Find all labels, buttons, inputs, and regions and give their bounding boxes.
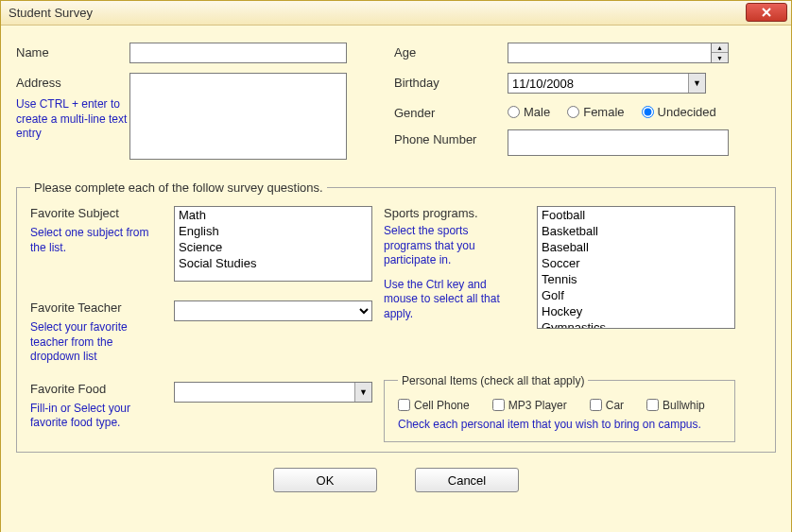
favorite-teacher-select[interactable] — [174, 300, 372, 321]
list-item[interactable]: Football — [538, 207, 734, 223]
list-item[interactable]: Soccer — [538, 255, 734, 271]
sports-hint-1: Select the sports programs that you part… — [384, 224, 516, 268]
birthday-dropdown-button[interactable]: ▼ — [688, 74, 705, 93]
phone-input[interactable] — [508, 129, 729, 156]
close-button[interactable] — [746, 3, 787, 22]
list-item[interactable]: Baseball — [538, 239, 734, 255]
list-item[interactable]: Gymnastics — [538, 319, 734, 329]
name-label: Name — [16, 43, 129, 60]
survey-legend: Please complete each of the follow surve… — [30, 180, 327, 195]
titlebar: Student Survey — [1, 1, 791, 26]
cancel-button[interactable]: Cancel — [415, 468, 519, 492]
sports-listbox[interactable]: Football Basketball Baseball Soccer Tenn… — [537, 206, 735, 329]
ok-button[interactable]: OK — [273, 468, 377, 492]
favorite-food-block: Favorite Food Fill-in or Select your fav… — [30, 369, 163, 431]
favorite-food-dropdown-button[interactable]: ▼ — [354, 383, 371, 402]
window-title: Student Survey — [9, 6, 93, 20]
gender-label: Gender — [394, 103, 508, 120]
phone-label: Phone Number — [394, 129, 508, 146]
chk-car[interactable]: Car — [590, 399, 624, 412]
address-label: Address — [16, 73, 129, 90]
favorite-subject-listbox[interactable]: Math English Science Social Studies — [174, 206, 372, 282]
window: Student Survey Name Address Use CTRL + e… — [0, 0, 792, 532]
gender-radio-female[interactable]: Female — [567, 105, 624, 119]
spinner-up-icon[interactable]: ▲ — [712, 43, 728, 53]
close-icon — [761, 7, 772, 18]
favorite-food-combo[interactable] — [174, 382, 372, 403]
sports-block: Sports programs. Select the sports progr… — [384, 206, 525, 365]
personal-items-hint: Check each personal item that you wish t… — [398, 418, 721, 433]
left-column: Name Address Use CTRL + enter to create … — [16, 43, 385, 169]
favorite-subject-label: Favorite Subject — [30, 206, 163, 220]
personal-items-group: Cell Phone MP3 Player Car Bullwhip — [398, 399, 721, 412]
survey-fieldset: Please complete each of the follow surve… — [16, 180, 776, 453]
address-hint: Use CTRL + enter to create a multi-line … — [16, 97, 129, 142]
list-item[interactable]: Hockey — [538, 303, 734, 319]
sports-hint-2: Use the Ctrl key and mouse to select all… — [384, 278, 516, 322]
favorite-subject-block: Favorite Subject Select one subject from… — [30, 206, 163, 282]
favorite-food-hint: Fill-in or Select your favorite food typ… — [30, 402, 163, 431]
age-input[interactable] — [508, 43, 712, 63]
address-textarea[interactable] — [129, 73, 347, 160]
favorite-food-label: Favorite Food — [30, 382, 163, 396]
favorite-teacher-label: Favorite Teacher — [30, 300, 163, 315]
age-spinner[interactable]: ▲ ▼ — [712, 43, 729, 63]
favorite-teacher-hint: Select your favorite teacher from the dr… — [30, 320, 163, 365]
right-column: Age ▲ ▼ Birthday ▼ — [394, 43, 776, 169]
name-input[interactable] — [129, 43, 347, 63]
gender-radio-undecided[interactable]: Undecided — [642, 105, 716, 119]
chevron-down-icon: ▼ — [693, 78, 701, 88]
form-content: Name Address Use CTRL + enter to create … — [1, 26, 791, 532]
favorite-teacher-block: Favorite Teacher Select your favorite te… — [30, 285, 163, 365]
survey-grid: Favorite Subject Select one subject from… — [30, 206, 762, 442]
chk-bullwhip[interactable]: Bullwhip — [646, 399, 705, 412]
chk-mp3-player[interactable]: MP3 Player — [492, 399, 567, 412]
list-item[interactable]: Tennis — [538, 271, 734, 287]
list-item[interactable]: Golf — [538, 287, 734, 303]
list-item[interactable]: Basketball — [538, 223, 734, 239]
button-bar: OK Cancel — [16, 468, 776, 492]
age-label: Age — [394, 43, 508, 60]
gender-radio-group: Male Female Undecided — [508, 103, 716, 119]
list-item[interactable]: English — [175, 223, 371, 239]
favorite-subject-hint: Select one subject from the list. — [30, 226, 163, 255]
spinner-down-icon[interactable]: ▼ — [712, 53, 728, 62]
list-item[interactable]: Social Studies — [175, 255, 371, 271]
list-item[interactable]: Science — [175, 239, 371, 255]
sports-label: Sports programs. — [384, 206, 525, 220]
chk-cell-phone[interactable]: Cell Phone — [398, 399, 470, 412]
personal-items-fieldset: Personal Items (check all that apply) Ce… — [384, 374, 735, 443]
list-item[interactable]: Math — [175, 207, 371, 223]
birthday-label: Birthday — [394, 73, 508, 90]
chevron-down-icon: ▼ — [359, 387, 368, 397]
personal-items-legend: Personal Items (check all that apply) — [398, 374, 588, 387]
top-section: Name Address Use CTRL + enter to create … — [16, 43, 776, 169]
gender-radio-male[interactable]: Male — [508, 105, 550, 119]
birthday-input[interactable] — [508, 73, 706, 94]
